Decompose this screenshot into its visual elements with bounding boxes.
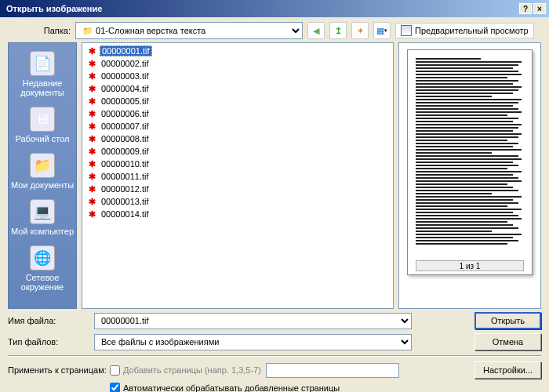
- preview-toggle-icon: [401, 25, 412, 36]
- folder-label: Папка:: [8, 26, 71, 35]
- recent-icon: 📄: [30, 51, 55, 76]
- preview-toggle-label: Предварительный просмотр: [415, 26, 529, 35]
- file-item[interactable]: ✱00000013.tif: [84, 195, 391, 208]
- add-pages-checkbox[interactable]: [110, 365, 120, 376]
- file-item[interactable]: ✱00000006.tif: [84, 107, 391, 120]
- help-button[interactable]: ?: [519, 3, 532, 14]
- folder-toolbar: Папка: 📁 01-Сложная верстка текста ◀ ↥ ✶…: [0, 17, 549, 42]
- file-name: 00000010.tif: [100, 159, 151, 169]
- close-button[interactable]: ×: [533, 3, 546, 14]
- file-icon: ✱: [86, 108, 97, 119]
- file-icon: ✱: [86, 58, 97, 69]
- file-name: 00000005.tif: [100, 96, 151, 106]
- file-icon: ✱: [86, 146, 97, 157]
- file-icon: ✱: [86, 71, 97, 82]
- file-name: 00000014.tif: [100, 209, 151, 219]
- up-icon[interactable]: ↥: [329, 22, 347, 39]
- apply-pages-input[interactable]: [266, 363, 399, 378]
- file-name: 00000002.tif: [100, 59, 151, 68]
- view-menu-icon[interactable]: ▦▾: [373, 22, 391, 39]
- file-name: 00000009.tif: [100, 147, 151, 156]
- file-icon: ✱: [86, 133, 97, 144]
- sidebar-item-mydocs[interactable]: 📁 Мои документы: [10, 150, 75, 194]
- file-list[interactable]: ✱00000001.tif✱00000002.tif✱00000003.tif✱…: [82, 42, 394, 309]
- file-name: 00000001.tif: [100, 45, 152, 56]
- titlebar: Открыть изображение ? ×: [0, 0, 549, 17]
- settings-button[interactable]: Настройки...: [474, 361, 541, 379]
- apply-pages-label: Применить к страницам:: [8, 365, 110, 375]
- file-name: 00000004.tif: [100, 84, 151, 93]
- file-item[interactable]: ✱00000012.tif: [84, 183, 391, 195]
- sidebar-item-recent[interactable]: 📄 Недавние документы: [10, 48, 75, 102]
- file-item[interactable]: ✱00000014.tif: [84, 208, 391, 220]
- file-name: 00000011.tif: [100, 172, 151, 181]
- sidebar-item-label: Мой компьютер: [11, 227, 74, 236]
- places-sidebar: 📄 Недавние документы 🖥 Рабочий стол 📁 Мо…: [8, 42, 77, 309]
- sidebar-item-desktop[interactable]: 🖥 Рабочий стол: [10, 103, 75, 148]
- file-name: 00000008.tif: [100, 134, 151, 143]
- file-icon: ✱: [86, 183, 97, 194]
- file-item[interactable]: ✱00000005.tif: [84, 95, 391, 107]
- page-preview: 1 из 1: [407, 49, 533, 275]
- file-icon: ✱: [86, 171, 97, 182]
- sidebar-item-label: Рабочий стол: [15, 134, 69, 143]
- sidebar-item-label: Недавние документы: [10, 78, 75, 97]
- back-icon[interactable]: ◀: [307, 22, 325, 39]
- file-item[interactable]: ✱00000007.tif: [84, 120, 391, 132]
- auto-process-checkbox[interactable]: [110, 383, 120, 392]
- mycomputer-icon: 💻: [30, 199, 55, 224]
- new-folder-icon[interactable]: ✶: [351, 22, 369, 39]
- folder-dropdown[interactable]: 📁 01-Сложная верстка текста: [75, 22, 303, 39]
- add-pages-hint: Добавить страницы (напр. 1,3,5-7): [123, 365, 261, 375]
- preview-toggle[interactable]: Предварительный просмотр: [395, 23, 534, 38]
- sidebar-item-label: Мои документы: [11, 180, 74, 190]
- filename-label: Имя файла:: [8, 316, 94, 325]
- file-icon: ✱: [86, 196, 97, 207]
- page-counter: 1 из 1: [416, 260, 524, 271]
- open-button[interactable]: Открыть: [474, 312, 541, 329]
- file-icon: ✱: [86, 83, 97, 94]
- file-icon: ✱: [86, 121, 97, 132]
- file-icon: ✱: [86, 96, 97, 107]
- network-icon: 🌐: [30, 245, 55, 270]
- mydocs-icon: 📁: [30, 153, 55, 178]
- file-icon: ✱: [86, 209, 97, 220]
- window-title: Открыть изображение: [3, 4, 518, 13]
- file-name: 00000003.tif: [100, 71, 151, 81]
- sidebar-item-mycomputer[interactable]: 💻 Мой компьютер: [10, 196, 75, 241]
- file-item[interactable]: ✱00000003.tif: [84, 70, 391, 82]
- file-name: 00000013.tif: [100, 197, 151, 206]
- file-item[interactable]: ✱00000010.tif: [84, 158, 391, 170]
- file-item[interactable]: ✱00000004.tif: [84, 82, 391, 95]
- sidebar-item-label: Сетевое окружение: [10, 273, 75, 292]
- file-name: 00000006.tif: [100, 109, 151, 118]
- file-item[interactable]: ✱00000011.tif: [84, 170, 391, 183]
- file-item[interactable]: ✱00000001.tif: [84, 45, 391, 57]
- filename-input[interactable]: 00000001.tif: [94, 313, 412, 329]
- file-name: 00000012.tif: [100, 184, 151, 194]
- cancel-button[interactable]: Отмена: [474, 333, 541, 350]
- preview-pane: 1 из 1: [398, 42, 541, 309]
- filetype-dropdown[interactable]: Все файлы с изображениями: [94, 334, 412, 350]
- file-item[interactable]: ✱00000008.tif: [84, 132, 391, 145]
- filetype-label: Тип файлов:: [8, 337, 94, 347]
- file-item[interactable]: ✱00000002.tif: [84, 57, 391, 70]
- sidebar-item-network[interactable]: 🌐 Сетевое окружение: [10, 242, 75, 296]
- file-icon: ✱: [86, 158, 97, 169]
- auto-process-label: Автоматически обрабатывать добавленные с…: [123, 383, 340, 393]
- file-item[interactable]: ✱00000009.tif: [84, 145, 391, 158]
- file-icon: ✱: [86, 45, 97, 56]
- file-name: 00000007.tif: [100, 122, 151, 131]
- desktop-icon: 🖥: [30, 107, 55, 132]
